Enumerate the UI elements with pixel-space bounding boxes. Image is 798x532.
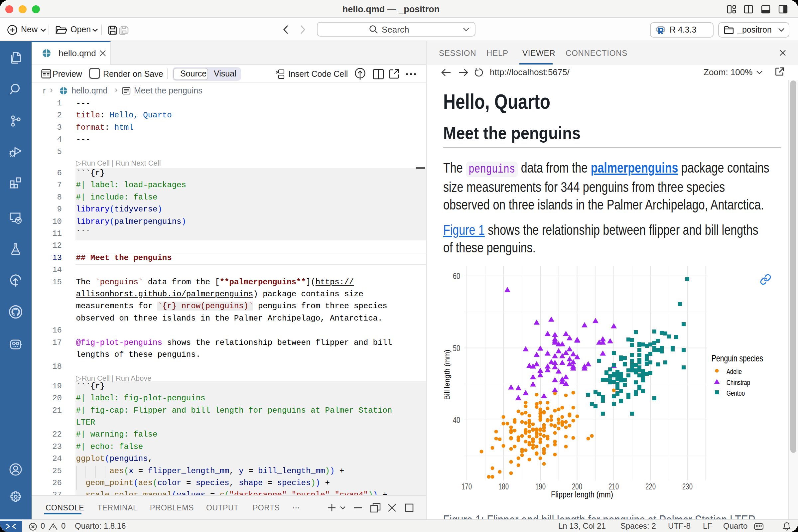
svg-text:Gentoo: Gentoo (726, 389, 745, 397)
svg-text:Flipper length (mm): Flipper length (mm) (551, 490, 613, 499)
svg-text:Chinstrap: Chinstrap (726, 378, 750, 387)
svg-text:230: 230 (682, 481, 692, 491)
svg-text:Adelie: Adelie (726, 367, 742, 376)
svg-text:170: 170 (461, 481, 472, 491)
svg-text:180: 180 (498, 481, 509, 491)
svg-text:Bill length (mm): Bill length (mm) (443, 350, 451, 400)
svg-text:220: 220 (645, 481, 656, 491)
svg-text:60: 60 (453, 271, 460, 281)
svg-text:50: 50 (453, 343, 460, 353)
svg-text:Penguin species: Penguin species (711, 353, 763, 363)
svg-text:40: 40 (453, 415, 460, 425)
svg-text:190: 190 (535, 481, 546, 491)
